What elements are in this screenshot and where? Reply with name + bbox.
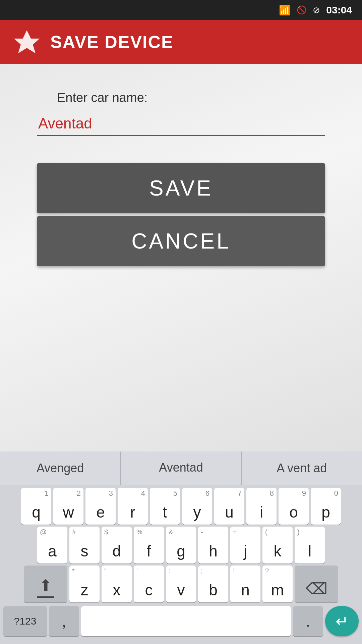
- input-label: Enter car name:: [57, 91, 325, 105]
- key-x[interactable]: "x: [102, 566, 132, 602]
- autocomplete-suggestion-1[interactable]: Aventad ...: [121, 451, 241, 485]
- keyboard: 1q 2w 3e 4r 5t 6y 7u 8i 9o 0p @a #s $d %…: [0, 485, 362, 644]
- autocomplete-bar: Avenged Aventad ... A vent ad: [0, 451, 362, 485]
- enter-icon: ↵: [336, 612, 349, 630]
- cancel-button[interactable]: CANCEL: [37, 216, 325, 266]
- space-key[interactable]: [81, 606, 291, 636]
- backspace-icon: ⌫: [306, 580, 327, 598]
- no-battery-icon: ⊘: [313, 5, 320, 15]
- keyboard-row-3: ⬆ *z "x 'c :v ;b !n ?m ⌫: [1, 566, 361, 602]
- backspace-key[interactable]: ⌫: [295, 566, 338, 602]
- key-z[interactable]: *z: [69, 566, 100, 602]
- keyboard-row-2: @a #s $d %f &g -h +j (k )l: [1, 527, 361, 564]
- key-q[interactable]: 1q: [21, 488, 51, 525]
- save-button[interactable]: SAVE: [37, 163, 325, 213]
- key-f[interactable]: %f: [134, 527, 164, 564]
- key-h[interactable]: -h: [198, 527, 228, 564]
- main-content: Enter car name: SAVE CANCEL: [0, 64, 362, 451]
- key-s[interactable]: #s: [69, 527, 100, 564]
- keyboard-area: Avenged Aventad ... A vent ad 1q 2w 3e 4…: [0, 451, 362, 644]
- key-e[interactable]: 3e: [85, 488, 116, 525]
- key-a[interactable]: @a: [37, 527, 67, 564]
- key-m[interactable]: ?m: [262, 566, 293, 602]
- toolbar-title: SAVE DEVICE: [50, 32, 174, 52]
- key-r[interactable]: 4r: [118, 488, 148, 525]
- car-name-input[interactable]: [37, 112, 325, 136]
- key-t[interactable]: 5t: [150, 488, 180, 525]
- shift-icon: ⬆: [39, 576, 52, 594]
- key-n[interactable]: !n: [230, 566, 260, 602]
- numbers-toggle-key[interactable]: ?123: [3, 606, 47, 636]
- input-container: Enter car name:: [37, 91, 325, 136]
- autocomplete-suggestion-2[interactable]: A vent ad: [242, 451, 362, 485]
- autocomplete-suggestion-0[interactable]: Avenged: [0, 451, 121, 485]
- enter-key[interactable]: ↵: [325, 606, 359, 636]
- svg-marker-0: [14, 30, 40, 53]
- key-v[interactable]: :v: [166, 566, 196, 602]
- shift-key[interactable]: ⬆: [24, 566, 67, 602]
- key-d[interactable]: $d: [102, 527, 132, 564]
- key-i[interactable]: 8i: [246, 488, 277, 525]
- status-bar: 📶 🚫 ⊘ 03:04: [0, 0, 362, 20]
- key-c[interactable]: 'c: [134, 566, 164, 602]
- bluetooth-icon: 📶: [279, 5, 291, 16]
- no-sim-icon: 🚫: [297, 5, 307, 15]
- key-p[interactable]: 0p: [311, 488, 341, 525]
- comma-key[interactable]: ,: [49, 606, 79, 636]
- buttons-container: SAVE CANCEL: [37, 163, 325, 266]
- period-key[interactable]: .: [293, 606, 323, 636]
- key-o[interactable]: 9o: [279, 488, 309, 525]
- status-time: 03:04: [326, 4, 352, 16]
- key-w[interactable]: 2w: [53, 488, 83, 525]
- key-k[interactable]: (k: [262, 527, 293, 564]
- key-b[interactable]: ;b: [198, 566, 228, 602]
- keyboard-row-1: 1q 2w 3e 4r 5t 6y 7u 8i 9o 0p: [1, 488, 361, 525]
- key-g[interactable]: &g: [166, 527, 196, 564]
- key-l[interactable]: )l: [295, 527, 325, 564]
- keyboard-bottom-row: ?123 , . ↵: [1, 604, 361, 641]
- key-y[interactable]: 6y: [182, 488, 212, 525]
- key-j[interactable]: +j: [230, 527, 260, 564]
- key-u[interactable]: 7u: [214, 488, 244, 525]
- toolbar: SAVE DEVICE: [0, 20, 362, 64]
- app-logo: [13, 29, 40, 55]
